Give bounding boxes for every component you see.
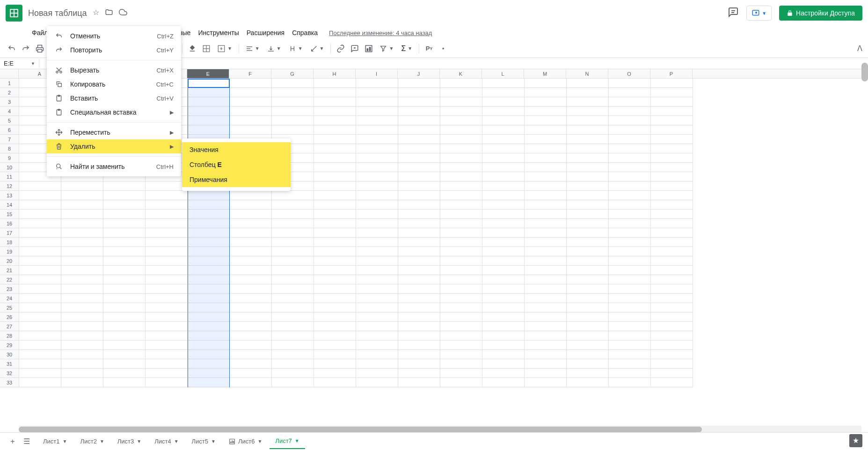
cell[interactable] xyxy=(651,172,693,181)
cell[interactable] xyxy=(651,228,693,238)
valign-button[interactable]: ▼ xyxy=(264,44,284,54)
cell[interactable] xyxy=(440,256,482,266)
cell[interactable] xyxy=(356,219,398,228)
cell[interactable] xyxy=(567,303,609,312)
cell[interactable] xyxy=(19,247,61,256)
cell[interactable] xyxy=(272,369,314,378)
cell[interactable] xyxy=(482,266,525,275)
cell[interactable] xyxy=(440,116,482,125)
cell[interactable] xyxy=(314,256,356,266)
cell[interactable] xyxy=(103,331,146,341)
cell[interactable] xyxy=(567,378,609,387)
cell[interactable] xyxy=(314,135,356,144)
cell[interactable] xyxy=(482,116,525,125)
menu-справка[interactable]: Справка xyxy=(288,27,321,38)
cell[interactable] xyxy=(440,247,482,256)
cell[interactable] xyxy=(356,378,398,387)
cell[interactable] xyxy=(651,303,693,312)
link-button[interactable] xyxy=(335,43,347,55)
cell[interactable] xyxy=(272,341,314,350)
column-header[interactable]: E xyxy=(187,69,229,78)
cell[interactable] xyxy=(272,200,314,210)
wrap-button[interactable]: ▼ xyxy=(286,44,306,54)
cell[interactable] xyxy=(230,275,272,284)
cell[interactable] xyxy=(272,107,314,116)
cell[interactable] xyxy=(525,200,567,210)
cell[interactable] xyxy=(525,350,567,359)
add-sheet-button[interactable]: + xyxy=(6,435,20,449)
cell[interactable] xyxy=(230,303,272,312)
menu-item-paste[interactable]: Специальная вставка▶ xyxy=(47,105,181,119)
cell[interactable] xyxy=(19,200,61,210)
cell[interactable] xyxy=(146,256,188,266)
row-header[interactable]: 31 xyxy=(0,359,19,369)
cell[interactable] xyxy=(440,191,482,200)
cell[interactable] xyxy=(230,312,272,322)
cell[interactable] xyxy=(525,125,567,135)
cell[interactable] xyxy=(440,378,482,387)
cell[interactable] xyxy=(398,284,440,294)
cell[interactable] xyxy=(230,247,272,256)
cell[interactable] xyxy=(651,144,693,153)
cell[interactable] xyxy=(230,331,272,341)
cell[interactable] xyxy=(314,294,356,303)
cell[interactable] xyxy=(609,294,651,303)
cell[interactable] xyxy=(567,181,609,191)
column-header[interactable]: L xyxy=(482,69,524,78)
cell[interactable] xyxy=(525,369,567,378)
cell[interactable] xyxy=(272,247,314,256)
cell[interactable] xyxy=(103,378,146,387)
cell[interactable] xyxy=(525,97,567,107)
column-header[interactable]: O xyxy=(608,69,650,78)
row-header[interactable]: 8 xyxy=(0,144,19,153)
cell[interactable] xyxy=(356,303,398,312)
row-header[interactable]: 30 xyxy=(0,350,19,359)
cell[interactable] xyxy=(482,135,525,144)
cell[interactable] xyxy=(482,350,525,359)
cell[interactable] xyxy=(314,172,356,181)
cell[interactable] xyxy=(651,312,693,322)
submenu-item[interactable]: Примечания xyxy=(182,172,291,187)
row-header[interactable]: 27 xyxy=(0,322,19,331)
cell[interactable] xyxy=(609,200,651,210)
cell[interactable] xyxy=(440,210,482,219)
cell[interactable] xyxy=(609,125,651,135)
cell[interactable] xyxy=(398,359,440,369)
row-header[interactable]: 5 xyxy=(0,116,19,125)
cell[interactable] xyxy=(103,256,146,266)
cell[interactable] xyxy=(230,228,272,238)
cell[interactable] xyxy=(356,369,398,378)
cell[interactable] xyxy=(356,350,398,359)
cell[interactable] xyxy=(440,275,482,284)
cell[interactable] xyxy=(567,322,609,331)
cell[interactable] xyxy=(525,294,567,303)
cell[interactable] xyxy=(482,228,525,238)
cell[interactable] xyxy=(567,172,609,181)
cell[interactable] xyxy=(440,350,482,359)
column-header[interactable]: F xyxy=(229,69,271,78)
cell[interactable] xyxy=(567,369,609,378)
horizontal-scrollbar[interactable] xyxy=(19,427,702,432)
row-header[interactable]: 4 xyxy=(0,107,19,116)
cell[interactable] xyxy=(525,247,567,256)
cell[interactable] xyxy=(103,200,146,210)
select-all-corner[interactable] xyxy=(0,69,19,78)
cell[interactable] xyxy=(398,181,440,191)
cell[interactable] xyxy=(272,284,314,294)
row-header[interactable]: 28 xyxy=(0,331,19,341)
cell[interactable] xyxy=(398,88,440,97)
sheet-tab[interactable]: Лист4▼ xyxy=(149,434,184,449)
cell[interactable] xyxy=(356,284,398,294)
cell[interactable] xyxy=(61,228,103,238)
cell[interactable] xyxy=(272,125,314,135)
cell[interactable] xyxy=(19,294,61,303)
cell[interactable] xyxy=(272,266,314,275)
menu-item-redo[interactable]: ПовторитьCtrl+Y xyxy=(47,43,181,57)
cell[interactable] xyxy=(440,107,482,116)
comment-button[interactable] xyxy=(349,43,361,55)
cell[interactable] xyxy=(272,88,314,97)
cell[interactable] xyxy=(651,210,693,219)
doc-title[interactable]: Новая таблица xyxy=(28,8,87,18)
cell[interactable] xyxy=(230,294,272,303)
cell[interactable] xyxy=(61,359,103,369)
